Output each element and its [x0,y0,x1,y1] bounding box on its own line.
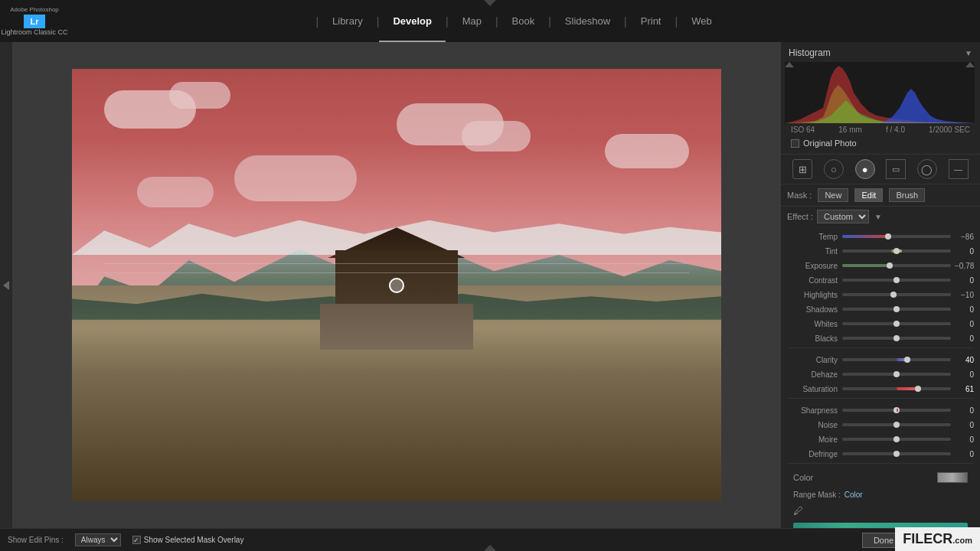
tint-slider[interactable] [842,249,951,253]
nav-print[interactable]: Print [627,0,675,42]
exposure-label: Exposure [787,262,842,270]
original-photo-checkbox[interactable] [791,139,799,148]
temp-label: Temp [787,233,842,241]
watermark-text: FILECR [903,531,952,546]
slider-row-shadows: Shadows 0 [787,302,974,316]
mask-edit-button[interactable]: Edit [854,188,883,202]
shadows-slider[interactable] [842,308,951,311]
temp-value: −86 [951,233,974,241]
highlights-label: Highlights [787,291,842,299]
tint-label: Tint [787,247,842,256]
building-base [320,304,473,350]
highlights-value: −10 [951,291,974,299]
photo-image [72,69,721,501]
histogram-info: ISO 64 16 mm f / 4.0 1/2000 SEC [785,123,976,136]
edit-pins-select[interactable]: Always [75,533,121,546]
bottom-panel-toggle[interactable] [484,545,496,551]
whites-slider[interactable] [842,322,951,325]
temp-slider[interactable] [842,235,951,238]
range-mask-row: Range Mask : Color [787,487,974,503]
range-mask-type[interactable]: Color [844,491,863,499]
histogram-header: Histogram ▼ [785,46,976,60]
color-tool[interactable]: — [949,159,969,179]
contrast-label: Contrast [787,276,842,285]
slider-row-whites: Whites 0 [787,317,974,331]
defringe-value: 0 [951,450,974,458]
slider-row-noise: Noise 0 [787,418,974,432]
edit-pins-label: Show Edit Pins : [8,536,64,544]
histogram-arrows [785,62,975,67]
blacks-slider[interactable] [842,337,951,340]
show-overlay-checkbox-row[interactable]: ✓ Show Selected Mask Overlay [132,536,244,544]
sharpness-slider[interactable] [842,409,951,412]
show-overlay-label: Show Selected Mask Overlay [144,536,244,544]
dehaze-slider[interactable] [842,373,951,376]
adobe-text: Adobe Photoshop [10,6,59,13]
show-overlay-checkbox[interactable]: ✓ [132,536,141,544]
photo-viewport[interactable] [12,42,781,528]
focal-length: 16 mm [838,126,862,134]
saturation-value: 61 [951,385,974,393]
histogram-highlight-clip[interactable] [965,62,975,67]
nav-book[interactable]: Book [498,0,549,42]
slider-row-defringe: Defringe 0 [787,447,974,461]
contrast-slider[interactable] [842,279,951,282]
slider-row-saturation: Saturation 61 [787,382,974,396]
saturation-label: Saturation [787,385,842,393]
radial-tool[interactable]: ● [855,159,875,179]
contrast-value: 0 [951,276,974,285]
whites-value: 0 [951,320,974,328]
histogram-shadow-clip[interactable] [785,62,794,67]
slider-row-moire: Moire 0 [787,432,974,446]
slider-row-contrast: Contrast 0 [787,273,974,287]
clarity-slider[interactable] [842,358,951,361]
moire-value: 0 [951,435,974,444]
nav-map[interactable]: Map [449,0,495,42]
mask-new-button[interactable]: New [818,188,848,202]
mask-brush-button[interactable]: Brush [889,188,925,202]
aperture-value: f / 4.0 [886,126,905,134]
exposure-slider[interactable] [842,264,951,267]
nav-library[interactable]: Library [318,0,377,42]
slider-row-clarity: Clarity 40 [787,353,974,367]
tool-icons-row: ⊞ ○ ● ▭ ◯ — [781,155,980,184]
shadows-value: 0 [951,305,974,314]
eyedropper-icon[interactable]: 🖊 [793,505,803,517]
healing-tool[interactable]: ○ [824,159,844,179]
moire-slider[interactable] [842,438,951,441]
nav-develop[interactable]: Develop [379,0,446,42]
effect-label: Effect : [787,212,813,221]
circle-tool[interactable]: ◯ [917,159,937,179]
effect-dropdown-icon: ▼ [874,213,882,221]
crop-tool[interactable]: ⊞ [792,159,812,179]
mask-pin[interactable] [389,278,404,293]
clarity-label: Clarity [787,356,842,364]
saturation-slider[interactable] [842,387,951,390]
dehaze-value: 0 [951,370,974,379]
exposure-value: −0.78 [951,262,974,270]
rect-tool[interactable]: ▭ [886,159,906,179]
color-icon[interactable] [937,472,968,483]
slider-row-temp: Temp −86 [787,230,974,243]
slider-row-dehaze: Dehaze 0 [787,367,974,381]
highlights-slider[interactable] [842,293,951,296]
shadows-label: Shadows [787,305,842,314]
defringe-slider[interactable] [842,452,951,455]
effect-row: Effect : Custom ▼ [781,207,980,227]
left-panel-toggle[interactable] [0,42,12,528]
histogram-canvas [785,62,975,123]
nav-slideshow[interactable]: Slideshow [551,0,624,42]
original-photo-label: Original Photo [803,139,857,148]
mask-label: Mask : [787,191,812,200]
histogram-title: Histogram [789,47,831,58]
histogram-section: Histogram ▼ [781,42,980,155]
slider-row-tint: Tint 0 [787,244,974,258]
original-photo-row: Original Photo [785,136,976,150]
topbar: Adobe Photoshop Lr Lightroom Classic CC … [0,0,980,42]
noise-slider[interactable] [842,423,951,426]
app-name: Lightroom Classic CC [1,28,67,36]
divider [787,347,974,350]
histogram-dropdown-icon[interactable]: ▼ [965,49,972,57]
nav-web[interactable]: Web [678,0,726,42]
effect-select[interactable]: Custom [817,210,869,223]
